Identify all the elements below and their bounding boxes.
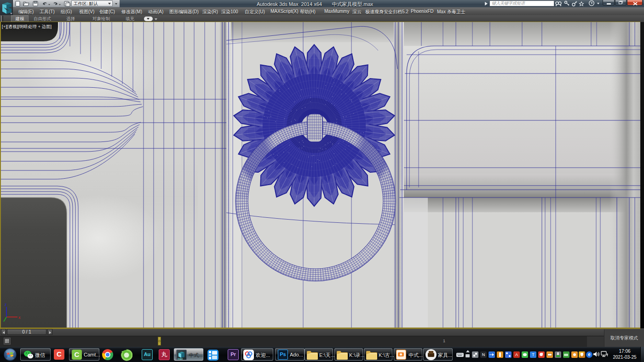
svg-text:z: z (5, 302, 7, 307)
svg-text:x: x (18, 315, 21, 320)
